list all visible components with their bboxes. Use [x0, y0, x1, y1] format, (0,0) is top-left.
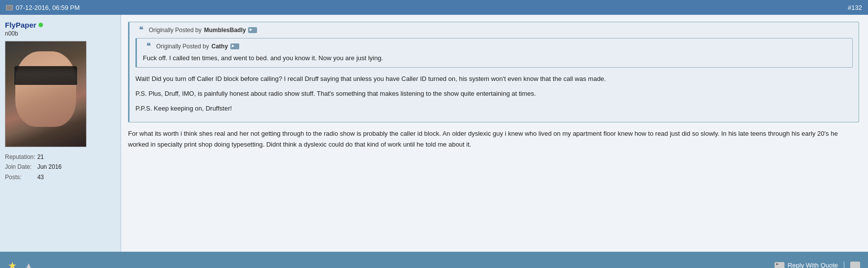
quote-inner-header: ❝ Originally Posted by Cathy [143, 42, 846, 50]
join-date-label: Join Date: [5, 162, 37, 172]
quote-inner: ❝ Originally Posted by Cathy Fuck off. I… [135, 38, 853, 68]
post-header: 07-12-2016, 06:59 PM #132 [0, 0, 868, 15]
username-text[interactable]: FlyPaper [5, 21, 36, 29]
footer-divider: | [843, 260, 845, 268]
quote-inner-author: Cathy [212, 43, 228, 50]
quote-outer-content: Wait! Did you turn off Caller ID block b… [135, 74, 853, 114]
online-status-indicator [39, 23, 43, 27]
avatar [5, 41, 87, 147]
quote-outer-prefix: Originally Posted by [149, 27, 202, 34]
quote-outer-para-2: P.S. Plus, Druff, IMO, is painfully hone… [135, 88, 853, 99]
extra-action-button[interactable] [850, 262, 860, 268]
quote-outer-author: MumblesBadly [204, 27, 246, 34]
user-sidebar: FlyPaper n00b Reputation: 21 Join Date: … [0, 15, 121, 252]
reputation-value: 21 [37, 152, 63, 162]
join-date-row: Join Date: Jun 2016 [5, 162, 64, 172]
view-post-icon-outer[interactable] [248, 27, 257, 33]
post-body: FlyPaper n00b Reputation: 21 Join Date: … [0, 15, 868, 252]
star-icon[interactable]: ★ [8, 260, 17, 268]
post-content: ❝ Originally Posted by MumblesBadly ❝ Or… [121, 15, 868, 252]
join-date-value: Jun 2016 [37, 162, 63, 172]
posts-label: Posts: [5, 172, 37, 182]
quote-outer-para-3: P.P.S. Keep keeping on, Druffster! [135, 103, 853, 114]
view-post-icon-inner[interactable] [230, 43, 239, 49]
post-footer: ★ ▲ Reply With Quote | [0, 252, 868, 268]
posts-value: 43 [37, 172, 63, 182]
footer-right: Reply With Quote | [775, 260, 860, 268]
post-number: #132 [848, 4, 862, 11]
reply-button-label: Reply With Quote [787, 262, 838, 268]
quote-mark-outer: ❝ [135, 26, 146, 34]
quote-outer-para-1: Wait! Did you turn off Caller ID block b… [135, 74, 853, 84]
monitor-icon [6, 5, 13, 10]
reputation-row: Reputation: 21 [5, 152, 64, 162]
post-header-left: 07-12-2016, 06:59 PM [6, 4, 80, 11]
quote-mark-inner: ❝ [143, 42, 154, 50]
quote-outer-header: ❝ Originally Posted by MumblesBadly [135, 26, 853, 34]
username: FlyPaper [5, 21, 116, 29]
footer-left: ★ ▲ [8, 260, 33, 268]
user-stats: Reputation: 21 Join Date: Jun 2016 Posts… [5, 152, 116, 182]
reputation-label: Reputation: [5, 152, 37, 162]
posts-row: Posts: 43 [5, 172, 64, 182]
flag-icon[interactable]: ▲ [25, 261, 33, 268]
quote-inner-prefix: Originally Posted by [156, 43, 209, 50]
user-rank: n00b [5, 30, 116, 37]
post-timestamp: 07-12-2016, 06:59 PM [16, 4, 80, 11]
main-post-text: For what its worth i think shes real and… [128, 128, 859, 150]
reply-quote-icon [775, 262, 784, 268]
quote-outer: ❝ Originally Posted by MumblesBadly ❝ Or… [128, 22, 859, 122]
reply-with-quote-button[interactable]: Reply With Quote [775, 262, 838, 268]
quote-inner-text: Fuck off. I called ten times, and went t… [143, 53, 846, 63]
